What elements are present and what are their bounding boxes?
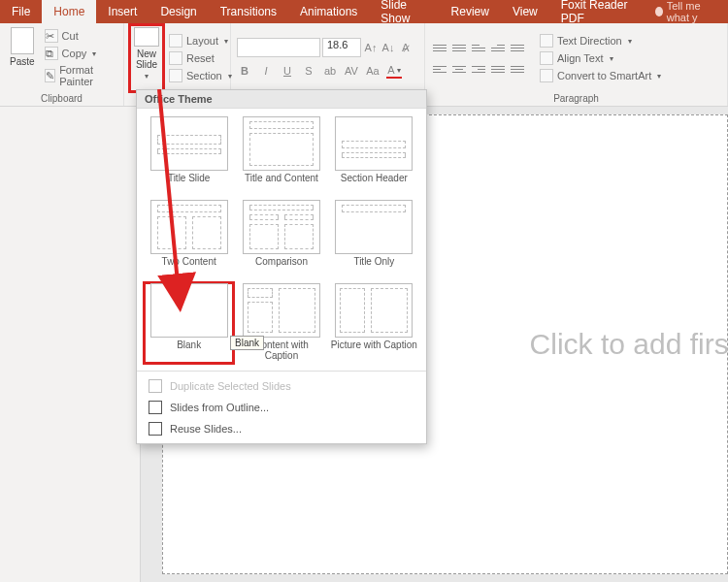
- align-text-label: Align Text: [557, 52, 604, 64]
- layout-title-slide[interactable]: Title Slide: [145, 116, 233, 196]
- align-text-icon: [540, 51, 553, 65]
- tab-animations[interactable]: Animations: [288, 0, 369, 23]
- font-color-icon[interactable]: A: [386, 63, 402, 79]
- layout-title-content[interactable]: Title and Content: [237, 116, 325, 196]
- italic-icon[interactable]: I: [258, 63, 274, 79]
- increase-indent-icon[interactable]: [489, 40, 507, 55]
- new-slide-gallery: Office Theme Title Slide Title and Conte…: [136, 89, 427, 444]
- slide-placeholder-text: Click to add first: [530, 328, 728, 361]
- paste-label: Paste: [10, 56, 35, 67]
- numbering-icon[interactable]: [450, 40, 468, 55]
- underline-icon[interactable]: U: [280, 63, 295, 79]
- copy-icon: ⧉: [45, 47, 58, 60]
- cut-button[interactable]: ✂Cut: [43, 28, 117, 44]
- brush-icon: ✎: [45, 69, 56, 82]
- layout-tooltip: Blank: [230, 336, 264, 350]
- tab-file[interactable]: File: [0, 0, 42, 23]
- reset-button[interactable]: Reset: [167, 50, 234, 66]
- columns-icon[interactable]: [509, 61, 526, 77]
- font-family-select[interactable]: [237, 38, 320, 57]
- text-direction-icon: [540, 34, 553, 48]
- paste-button[interactable]: Paste: [6, 25, 39, 91]
- strike-icon[interactable]: S: [301, 63, 316, 79]
- reset-label: Reset: [186, 52, 215, 64]
- font-size-select[interactable]: 18.6: [322, 38, 361, 57]
- smartart-icon: [540, 69, 553, 82]
- tab-transitions[interactable]: Transitions: [209, 0, 288, 23]
- duplicate-icon: [149, 379, 162, 393]
- clear-format-icon[interactable]: A̷: [398, 40, 414, 55]
- text-direction-button[interactable]: Text Direction: [538, 33, 663, 48]
- tab-insert[interactable]: Insert: [96, 0, 149, 23]
- outline-icon: [149, 401, 162, 414]
- layout-two-content[interactable]: Two Content: [145, 200, 233, 279]
- layout-comparison[interactable]: Comparison: [237, 200, 325, 279]
- layout-section-header[interactable]: Section Header: [330, 116, 418, 196]
- layout-label: Layout: [186, 35, 218, 47]
- smartart-label: Convert to SmartArt: [557, 70, 651, 81]
- tab-design[interactable]: Design: [149, 0, 208, 23]
- line-spacing-icon[interactable]: [509, 40, 526, 55]
- ribbon-tabs: File Home Insert Design Transitions Anim…: [0, 0, 728, 23]
- layout-content-caption[interactable]: Content with Caption: [237, 283, 325, 363]
- bold-icon[interactable]: B: [237, 63, 252, 79]
- tell-me-search[interactable]: Tell me what y: [647, 0, 728, 23]
- new-slide-button[interactable]: New Slide ▾: [130, 25, 163, 91]
- reset-icon: [169, 51, 182, 65]
- scissors-icon: ✂: [45, 29, 58, 43]
- layout-blank[interactable]: Blank: [145, 283, 233, 363]
- section-button[interactable]: Section: [167, 68, 234, 83]
- clipboard-group-label: Clipboard: [6, 91, 117, 104]
- align-right-icon[interactable]: [470, 61, 487, 77]
- outline-label: Slides from Outline...: [170, 402, 269, 413]
- gallery-section-header: Office Theme: [137, 90, 426, 109]
- tab-slide-show[interactable]: Slide Show: [369, 0, 439, 23]
- cut-label: Cut: [62, 30, 79, 42]
- paragraph-group-label: Paragraph: [431, 91, 721, 104]
- tab-view[interactable]: View: [501, 0, 549, 23]
- section-icon: [169, 69, 182, 82]
- duplicate-label: Duplicate Selected Slides: [170, 380, 291, 392]
- reuse-label: Reuse Slides...: [170, 423, 242, 435]
- layout-icon: [169, 34, 182, 48]
- new-slide-icon: [134, 27, 159, 47]
- reuse-icon: [149, 422, 162, 436]
- shadow-icon[interactable]: ab: [322, 63, 338, 79]
- layout-title-only[interactable]: Title Only: [330, 200, 418, 279]
- slides-from-outline-action[interactable]: Slides from Outline...: [137, 397, 426, 418]
- case-icon[interactable]: Aa: [365, 63, 381, 79]
- decrease-indent-icon[interactable]: [470, 40, 487, 55]
- spacing-icon[interactable]: AV: [344, 63, 359, 79]
- layout-button[interactable]: Layout: [167, 33, 234, 48]
- reuse-slides-action[interactable]: Reuse Slides...: [137, 418, 426, 439]
- duplicate-slides-action: Duplicate Selected Slides: [137, 375, 426, 397]
- format-painter-label: Format Painter: [59, 64, 116, 87]
- tell-me-label: Tell me what y: [667, 0, 720, 23]
- justify-icon[interactable]: [489, 61, 507, 77]
- new-slide-label: New Slide: [136, 48, 157, 70]
- bulb-icon: [655, 7, 663, 16]
- smartart-button[interactable]: Convert to SmartArt: [538, 68, 663, 83]
- slide-thumbnail-pane[interactable]: [0, 107, 141, 582]
- tab-review[interactable]: Review: [440, 0, 501, 23]
- align-text-button[interactable]: Align Text: [538, 50, 663, 66]
- section-label: Section: [186, 70, 222, 81]
- increase-font-icon[interactable]: A↑: [363, 40, 379, 55]
- align-left-icon[interactable]: [431, 61, 448, 77]
- copy-label: Copy: [62, 48, 87, 59]
- align-center-icon[interactable]: [450, 61, 468, 77]
- layout-picture-caption[interactable]: Picture with Caption: [330, 283, 418, 363]
- tab-home[interactable]: Home: [42, 0, 96, 23]
- copy-button[interactable]: ⧉Copy: [43, 46, 117, 61]
- text-direction-label: Text Direction: [557, 35, 622, 47]
- tab-foxit[interactable]: Foxit Reader PDF: [549, 0, 647, 23]
- bullets-icon[interactable]: [431, 40, 448, 55]
- clipboard-icon: [11, 27, 34, 54]
- decrease-font-icon[interactable]: A↓: [381, 40, 396, 55]
- format-painter-button[interactable]: ✎Format Painter: [43, 63, 117, 88]
